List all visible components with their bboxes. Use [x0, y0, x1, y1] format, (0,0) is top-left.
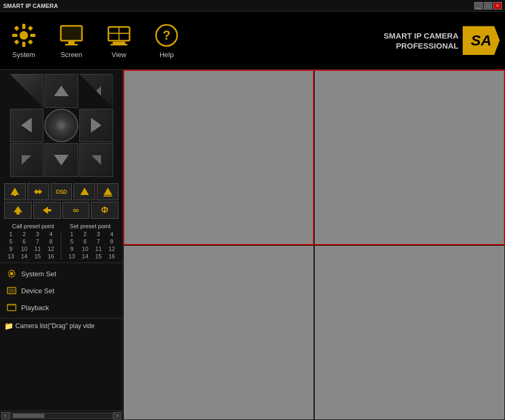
left-scrollbar: < >: [0, 410, 123, 420]
svg-marker-22: [34, 189, 42, 194]
preset-divider-2: [61, 238, 61, 245]
ptz-control: [0, 70, 123, 181]
call-preset-6[interactable]: 6: [19, 238, 30, 245]
scroll-right-arrow[interactable]: >: [113, 412, 122, 419]
camera-list-label: Camera list("Drag" play vide: [15, 322, 95, 330]
preset-divider-3: [61, 246, 61, 252]
svg-rect-33: [7, 304, 16, 306]
view-toolbar-item[interactable]: View: [106, 22, 132, 59]
playback-menu-item[interactable]: Playback: [0, 299, 123, 316]
focus-in-button[interactable]: [97, 183, 118, 200]
preset-row-2: 5 6 7 8 5 6 7 8: [4, 238, 118, 245]
svg-rect-6: [28, 26, 33, 31]
set-preset-5[interactable]: 5: [67, 238, 77, 245]
set-preset-label: Set preset point: [70, 223, 111, 229]
preset-section: Call preset point Set preset point 1 2 3…: [0, 221, 123, 263]
camera-view-4[interactable]: [314, 245, 505, 421]
scroll-left-arrow[interactable]: <: [1, 412, 10, 419]
system-set-menu-item[interactable]: System Set: [0, 265, 123, 282]
set-preset-10[interactable]: 10: [80, 246, 90, 252]
ptz-pan-button[interactable]: [27, 183, 49, 200]
screen-toolbar-item[interactable]: Screen: [58, 22, 85, 59]
ptz-tilt-up-button[interactable]: [4, 183, 26, 200]
call-preset-15[interactable]: 15: [32, 253, 43, 259]
set-preset-12[interactable]: 12: [106, 246, 117, 252]
ptz-right-button[interactable]: [79, 109, 113, 143]
preset-header: Call preset point Set preset point: [4, 223, 118, 229]
set-preset-2[interactable]: 2: [80, 231, 90, 237]
call-preset-4[interactable]: 4: [45, 231, 56, 237]
call-preset-13[interactable]: 13: [6, 253, 16, 259]
camera-view-1[interactable]: [123, 70, 314, 245]
minimize-button[interactable]: _: [474, 2, 483, 10]
set-preset-11[interactable]: 11: [93, 246, 104, 252]
preset-row-3: 9 10 11 12 9 10 11 12: [4, 246, 118, 252]
call-preset-10[interactable]: 10: [19, 246, 30, 252]
svg-point-0: [20, 31, 28, 40]
call-preset-5[interactable]: 5: [6, 238, 16, 245]
osd-button[interactable]: OSD: [51, 183, 72, 200]
device-set-menu-item[interactable]: Device Set: [0, 282, 123, 299]
titlebar-controls: _ □ ✕: [474, 2, 502, 10]
auto-focus-button[interactable]: ∞: [62, 202, 90, 219]
set-preset-1[interactable]: 1: [67, 231, 77, 237]
device-set-icon: [6, 285, 17, 296]
call-preset-12[interactable]: 12: [45, 246, 56, 252]
call-preset-14[interactable]: 14: [19, 253, 30, 259]
svg-rect-1: [22, 24, 25, 29]
set-preset-6[interactable]: 6: [80, 238, 90, 245]
toolbar: System Screen View: [0, 12, 505, 70]
zoom-in-button[interactable]: [74, 183, 95, 200]
scroll-thumb[interactable]: [13, 414, 44, 418]
ptz-downright-button[interactable]: [79, 143, 113, 177]
camera-view-3[interactable]: [123, 245, 314, 421]
call-preset-16[interactable]: 16: [45, 253, 56, 259]
help-icon: ?: [153, 22, 180, 49]
ptz-upleft-button[interactable]: [10, 74, 44, 108]
camera-view-2[interactable]: [314, 70, 505, 245]
playback-icon: [6, 302, 17, 313]
call-preset-7[interactable]: 7: [32, 238, 43, 245]
park-button[interactable]: [4, 202, 32, 219]
system-toolbar-item[interactable]: System: [11, 22, 37, 59]
scroll-track[interactable]: [10, 413, 113, 419]
svg-point-29: [10, 272, 13, 275]
menu-items: System Set Device Set Pl: [0, 263, 123, 318]
set-preset-15[interactable]: 15: [93, 253, 104, 259]
call-preset-1[interactable]: 1: [6, 231, 16, 237]
maximize-button[interactable]: □: [484, 2, 492, 10]
close-button[interactable]: ✕: [493, 2, 502, 10]
svg-rect-5: [14, 26, 20, 31]
set-preset-3[interactable]: 3: [93, 231, 104, 237]
ptz-up-button[interactable]: [44, 74, 78, 108]
svg-rect-8: [28, 40, 33, 45]
set-preset-7[interactable]: 7: [93, 238, 104, 245]
phi-button[interactable]: Φ: [91, 202, 118, 219]
set-preset-14[interactable]: 14: [80, 253, 90, 259]
svg-marker-28: [43, 207, 51, 214]
call-preset-9[interactable]: 9: [6, 246, 16, 252]
set-preset-16[interactable]: 16: [106, 253, 117, 259]
call-preset-3[interactable]: 3: [32, 231, 43, 237]
call-preset-2[interactable]: 2: [19, 231, 30, 237]
ptz-center-button[interactable]: [44, 109, 78, 143]
ptz-upright-button[interactable]: [79, 74, 113, 108]
svg-rect-10: [61, 26, 82, 41]
preset-row-4: 13 14 15 16 13 14 15 16: [4, 253, 118, 259]
ptz-down-button[interactable]: [44, 143, 78, 177]
help-toolbar-item[interactable]: ? Help: [153, 22, 180, 59]
set-preset-8[interactable]: 8: [106, 238, 117, 245]
screen-label: Screen: [60, 51, 82, 59]
titlebar-title: SMART IP CAMERA: [3, 3, 58, 9]
set-preset-9[interactable]: 9: [67, 246, 77, 252]
view-icon: [106, 22, 132, 49]
call-preset-8[interactable]: 8: [45, 238, 56, 245]
ptz-buttons: OSD ∞: [0, 181, 123, 221]
ptz-left-button[interactable]: [10, 109, 44, 143]
pan-left-button[interactable]: [33, 202, 61, 219]
camera-list-header[interactable]: 📁 Camera list("Drag" play vide: [0, 319, 123, 333]
call-preset-11[interactable]: 11: [32, 246, 43, 252]
set-preset-13[interactable]: 13: [67, 253, 77, 259]
set-preset-4[interactable]: 4: [106, 231, 117, 237]
ptz-downleft-button[interactable]: [10, 143, 44, 177]
